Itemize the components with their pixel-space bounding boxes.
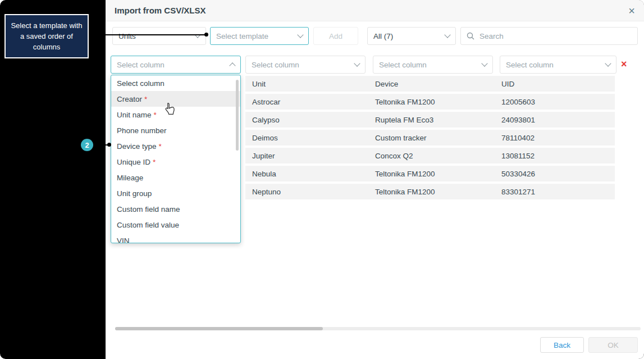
import-dialog: Import from CSV/XLSX × Units Select temp…	[106, 0, 644, 359]
option-unit-name[interactable]: Unit name*	[111, 107, 240, 122]
dialog-title: Import from CSV/XLSX	[115, 6, 206, 15]
chevron-down-icon	[297, 31, 303, 38]
search-box	[460, 27, 638, 45]
template-dropdown[interactable]: Select template	[210, 27, 309, 45]
column-options-list: Select column Creator* Unit name* Phone …	[111, 75, 241, 243]
filter-dropdown[interactable]: All (7)	[367, 27, 456, 45]
column-select-1[interactable]: Select column	[111, 56, 241, 74]
column-select-3[interactable]: Select column	[373, 56, 493, 74]
option-vin[interactable]: VIN	[111, 233, 240, 243]
step-connector-line	[93, 144, 109, 146]
annotation-connector-line	[89, 34, 208, 35]
chevron-down-icon	[605, 60, 611, 66]
search-input[interactable]	[478, 31, 632, 41]
ok-button[interactable]: OK	[588, 337, 638, 353]
preview-table: Unit Device UID Astrocar Teltonika FM120…	[245, 76, 615, 202]
step-connector-dot	[107, 143, 111, 147]
horizontal-scrollbar-thumb[interactable]	[115, 327, 323, 330]
option-unique-id[interactable]: Unique ID*	[111, 154, 240, 170]
option-unit-group[interactable]: Unit group	[111, 185, 240, 201]
header-uid: UID	[501, 80, 615, 88]
template-dropdown-placeholder: Select template	[216, 32, 268, 40]
option-phone-number[interactable]: Phone number	[111, 122, 240, 138]
back-button[interactable]: Back	[540, 337, 584, 353]
option-device-type[interactable]: Device type*	[111, 138, 240, 154]
option-creator[interactable]: Creator*	[111, 91, 240, 107]
table-row: Deimos Custom tracker 78110402	[245, 130, 615, 146]
option-custom-field-value[interactable]: Custom field value	[111, 217, 240, 233]
table-row: Neptuno Teltonika FM1200 83301271	[245, 184, 615, 199]
header-device: Device	[375, 80, 501, 88]
option-select-column[interactable]: Select column	[111, 75, 240, 91]
search-icon	[467, 32, 474, 40]
chevron-down-icon	[354, 60, 360, 66]
delete-column-icon[interactable]: ×	[621, 59, 627, 69]
screenshot-page: Import from CSV/XLSX × Units Select temp…	[0, 0, 644, 359]
table-row: Calypso Ruptela FM Eco3 24093801	[245, 112, 615, 128]
filter-dropdown-value: All (7)	[373, 32, 393, 40]
table-row: Nebula Teltonika FM1200 50330426	[245, 166, 615, 181]
column-select-2-value: Select column	[252, 61, 299, 69]
step-badge: 2	[81, 139, 93, 151]
column-select-1-value: Select column	[117, 61, 165, 69]
table-header-row: Unit Device UID	[245, 76, 615, 92]
annotation-callout: Select a template with a saved order of …	[4, 14, 89, 58]
table-row: Astrocar Teltonika FM1200 12005603	[245, 94, 615, 110]
cursor-icon	[164, 102, 176, 119]
add-button[interactable]: Add	[313, 27, 358, 45]
column-select-2[interactable]: Select column	[245, 56, 366, 74]
option-mileage[interactable]: Mileage	[111, 170, 240, 185]
close-icon[interactable]: ×	[628, 5, 635, 16]
column-select-4[interactable]: Select column	[500, 56, 616, 74]
annotation-connector-dot	[204, 33, 208, 37]
chevron-down-icon	[444, 31, 450, 38]
add-button-label: Add	[329, 32, 342, 40]
column-select-3-value: Select column	[379, 61, 427, 69]
table-row: Jupiter Concox Q2 13081152	[245, 148, 615, 163]
header-unit: Unit	[252, 80, 375, 88]
units-dropdown[interactable]: Units	[112, 27, 206, 45]
chevron-down-icon	[481, 60, 487, 66]
chevron-up-icon	[229, 62, 235, 69]
column-select-4-value: Select column	[506, 61, 554, 69]
option-custom-field-name[interactable]: Custom field name	[111, 201, 240, 217]
units-dropdown-value: Units	[118, 32, 136, 40]
dropdown-scrollbar[interactable]	[236, 80, 239, 151]
dialog-header: Import from CSV/XLSX ×	[106, 0, 644, 21]
